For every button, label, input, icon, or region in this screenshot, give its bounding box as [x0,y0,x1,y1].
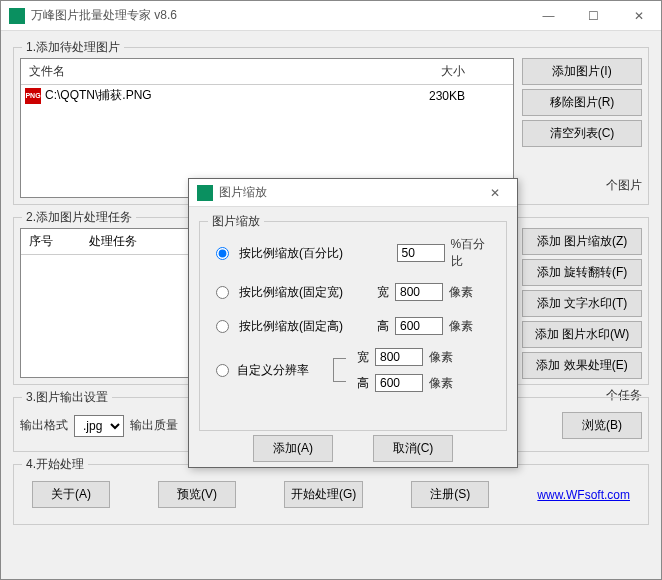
close-button[interactable]: ✕ [616,1,661,31]
browse-button[interactable]: 浏览(B) [562,412,642,439]
file-size: 230KB [429,89,509,103]
minimize-button[interactable]: — [526,1,571,31]
group2-title: 2.添加图片处理任务 [22,209,136,226]
width-unit: 像素 [449,284,473,301]
radio-percent[interactable] [216,247,229,260]
custom-height-input[interactable] [375,374,423,392]
file-table[interactable]: 文件名 大小 PNG C:\QQTN\捕获.PNG 230KB [20,58,514,198]
dialog-cancel-button[interactable]: 取消(C) [373,435,453,462]
custom-height-unit: 像素 [429,375,453,392]
bracket-icon [333,348,353,392]
clear-list-button[interactable]: 清空列表(C) [522,120,642,147]
maximize-button[interactable]: ☐ [571,1,616,31]
zoom-dialog: 图片缩放 ✕ 图片缩放 按比例缩放(百分比) %百分比 按比例缩放(固定宽) 宽… [188,178,518,468]
group1-title: 1.添加待处理图片 [22,39,124,56]
group-start: 4.开始处理 关于(A) 预览(V) 开始处理(G) 注册(S) www.WFs… [13,464,649,525]
start-button[interactable]: 开始处理(G) [284,481,363,508]
add-image-watermark-button[interactable]: 添加 图片水印(W) [522,321,642,348]
add-effect-button[interactable]: 添加 效果处理(E) [522,352,642,379]
add-image-button[interactable]: 添加图片(I) [522,58,642,85]
zoom-group-title: 图片缩放 [208,213,264,230]
radio-fixed-height[interactable] [216,320,229,333]
format-label: 输出格式 [20,417,68,434]
image-count-label: 个图片 [522,177,642,198]
height-label: 高 [377,318,389,335]
radio-percent-label: 按比例缩放(百分比) [239,245,371,262]
dialog-icon [197,185,213,201]
dialog-titlebar: 图片缩放 ✕ [189,179,517,207]
about-button[interactable]: 关于(A) [32,481,110,508]
png-icon: PNG [25,88,41,104]
custom-height-label: 高 [357,375,369,392]
col-index: 序号 [21,229,81,254]
custom-width-label: 宽 [357,349,369,366]
col-task: 处理任务 [81,229,145,254]
fixed-width-input[interactable] [395,283,443,301]
radio-custom-label: 自定义分辨率 [237,362,329,379]
width-label: 宽 [377,284,389,301]
remove-image-button[interactable]: 移除图片(R) [522,89,642,116]
website-link[interactable]: www.WFsoft.com [537,488,630,502]
file-path: C:\QQTN\捕获.PNG [45,87,152,104]
main-titlebar: 万峰图片批量处理专家 v8.6 — ☐ ✕ [1,1,661,31]
col-size: 大小 [433,59,513,84]
radio-custom[interactable] [216,364,229,377]
quality-label: 输出质量 [130,417,178,434]
group4-title: 4.开始处理 [22,456,88,473]
group3-title: 3.图片输出设置 [22,389,112,406]
format-select[interactable]: .jpg [74,415,124,437]
add-text-watermark-button[interactable]: 添加 文字水印(T) [522,290,642,317]
radio-fixed-width-label: 按比例缩放(固定宽) [239,284,371,301]
col-filename: 文件名 [21,59,433,84]
fixed-height-input[interactable] [395,317,443,335]
preview-button[interactable]: 预览(V) [158,481,236,508]
dialog-close-button[interactable]: ✕ [472,178,517,208]
radio-fixed-width[interactable] [216,286,229,299]
radio-fixed-height-label: 按比例缩放(固定高) [239,318,371,335]
percent-unit: %百分比 [451,236,496,270]
app-title: 万峰图片批量处理专家 v8.6 [31,7,526,24]
table-row[interactable]: PNG C:\QQTN\捕获.PNG 230KB [21,85,513,106]
add-rotate-button[interactable]: 添加 旋转翻转(F) [522,259,642,286]
percent-input[interactable] [397,244,445,262]
custom-width-unit: 像素 [429,349,453,366]
custom-width-input[interactable] [375,348,423,366]
add-zoom-button[interactable]: 添加 图片缩放(Z) [522,228,642,255]
dialog-title: 图片缩放 [219,184,472,201]
register-button[interactable]: 注册(S) [411,481,489,508]
height-unit: 像素 [449,318,473,335]
file-table-header: 文件名 大小 [21,59,513,85]
app-icon [9,8,25,24]
dialog-add-button[interactable]: 添加(A) [253,435,333,462]
zoom-group: 图片缩放 按比例缩放(百分比) %百分比 按比例缩放(固定宽) 宽 像素 按比例… [199,221,507,431]
